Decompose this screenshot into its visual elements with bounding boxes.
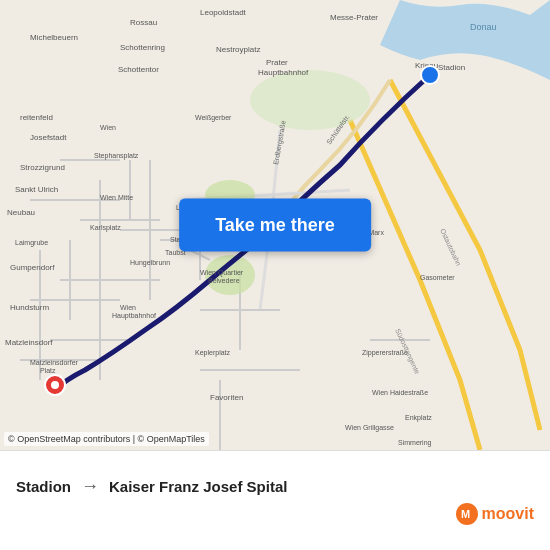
svg-text:Platz: Platz xyxy=(40,367,56,374)
svg-text:Wien Quartier: Wien Quartier xyxy=(200,269,244,277)
svg-text:Stephansplatz: Stephansplatz xyxy=(94,152,139,160)
svg-text:Hauptbahnhof: Hauptbahnhof xyxy=(258,68,309,77)
map-container: Donau xyxy=(0,0,550,450)
svg-text:Gumpendorf: Gumpendorf xyxy=(10,263,55,272)
svg-text:Hundsturm: Hundsturm xyxy=(10,303,49,312)
svg-text:Sankt Ulrich: Sankt Ulrich xyxy=(15,185,58,194)
svg-text:reitenfeld: reitenfeld xyxy=(20,113,53,122)
moovit-logo: M moovit xyxy=(456,503,534,525)
svg-text:Nestroyplatz: Nestroyplatz xyxy=(216,45,260,54)
svg-text:Karlsplatz: Karlsplatz xyxy=(90,224,121,232)
take-me-there-button[interactable]: Take me there xyxy=(179,199,371,252)
svg-text:Wien Grillgasse: Wien Grillgasse xyxy=(345,424,394,432)
svg-text:Rossau: Rossau xyxy=(130,18,157,27)
svg-text:Michelbeuern: Michelbeuern xyxy=(30,33,78,42)
moovit-icon: M xyxy=(456,503,478,525)
svg-text:Messe-Prater: Messe-Prater xyxy=(330,13,378,22)
svg-text:Wien Haidestraße: Wien Haidestraße xyxy=(372,389,428,396)
svg-text:Leopoldstadt: Leopoldstadt xyxy=(200,8,247,17)
arrow-icon: → xyxy=(81,476,99,497)
route-to-label: Kaiser Franz Josef Spital xyxy=(109,478,287,495)
svg-text:Gasometer: Gasometer xyxy=(420,274,455,281)
svg-text:Belvedere: Belvedere xyxy=(208,277,240,284)
svg-point-2 xyxy=(250,70,370,130)
svg-text:Keplerplatz: Keplerplatz xyxy=(195,349,231,357)
moovit-row: M moovit xyxy=(16,503,534,525)
svg-text:Prater: Prater xyxy=(266,58,288,67)
svg-text:Schottenring: Schottenring xyxy=(120,43,165,52)
app: Donau xyxy=(0,0,550,550)
svg-text:Weißgerber: Weißgerber xyxy=(195,114,232,122)
svg-text:Wien: Wien xyxy=(120,304,136,311)
svg-text:Neubau: Neubau xyxy=(7,208,35,217)
svg-text:Enkplatz: Enkplatz xyxy=(405,414,432,422)
map-attribution: © OpenStreetMap contributors | © OpenMap… xyxy=(4,432,209,446)
svg-text:Matzleinsdorfer: Matzleinsdorfer xyxy=(30,359,79,366)
svg-text:Strozzigrund: Strozzigrund xyxy=(20,163,65,172)
bottom-bar: Stadion → Kaiser Franz Josef Spital M mo… xyxy=(0,450,550,550)
svg-text:Simmering: Simmering xyxy=(398,439,432,447)
svg-text:Zippererstraße: Zippererstraße xyxy=(362,349,408,357)
svg-text:Stadion: Stadion xyxy=(438,63,465,72)
svg-text:Wien: Wien xyxy=(100,124,116,131)
svg-text:Laimgrube: Laimgrube xyxy=(15,239,48,247)
svg-text:M: M xyxy=(461,508,470,520)
svg-point-55 xyxy=(51,381,59,389)
moovit-brand-text: moovit xyxy=(482,505,534,523)
svg-text:Schottentor: Schottentor xyxy=(118,65,159,74)
svg-text:Matzleinsdorf: Matzleinsdorf xyxy=(5,338,53,347)
svg-text:Wien Mitte: Wien Mitte xyxy=(100,194,133,201)
route-row: Stadion → Kaiser Franz Josef Spital xyxy=(16,476,534,497)
svg-point-52 xyxy=(421,66,439,84)
svg-text:Hauptbahnhof: Hauptbahnhof xyxy=(112,312,156,320)
svg-text:Donau: Donau xyxy=(470,22,497,32)
route-from-label: Stadion xyxy=(16,478,71,495)
svg-text:Josefstadt: Josefstadt xyxy=(30,133,67,142)
svg-text:Favoriten: Favoriten xyxy=(210,393,243,402)
svg-text:Hungelbrunn: Hungelbrunn xyxy=(130,259,170,267)
